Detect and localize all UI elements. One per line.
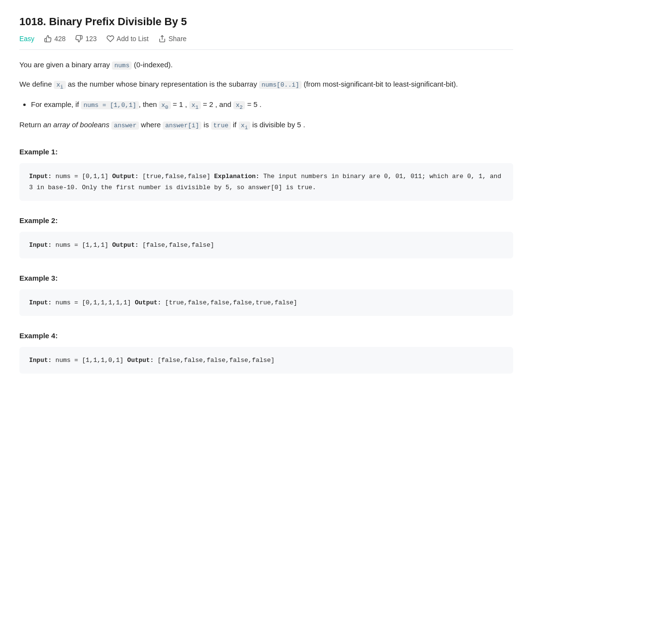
description-p2: We define xi as the number whose binary … <box>19 78 513 91</box>
example-code-block: Input: nums = [1,1,1] Output: [false,fal… <box>19 232 513 258</box>
true-code: true <box>211 121 231 130</box>
example-bullet-list: For example, if nums = [1,0,1], then x0 … <box>31 98 513 112</box>
share-label: Share <box>168 35 186 43</box>
thumbs-down-icon <box>75 35 83 43</box>
x0-code: x0 <box>159 101 170 109</box>
return-statement: Return an array of booleans answer where… <box>19 119 513 132</box>
example-code-block: Input: nums = [1,1,1,0,1] Output: [false… <box>19 347 513 374</box>
difficulty-badge: Easy <box>19 35 34 43</box>
description-p1: You are given a binary array nums (0-ind… <box>19 59 513 71</box>
nums-code: nums <box>112 61 132 70</box>
x2-code: x2 <box>233 101 245 109</box>
add-to-list-button[interactable]: Add to List <box>107 35 149 43</box>
problem-content: You are given a binary array nums (0-ind… <box>19 59 513 374</box>
answer-i-code: answer[i] <box>163 121 201 130</box>
example-code-block: Input: nums = [0,1,1] Output: [true,fals… <box>19 163 513 201</box>
xi-return-code: xi <box>239 121 250 130</box>
thumbs-up-button[interactable]: 428 <box>44 35 65 43</box>
nums-range-code: nums[0..i] <box>259 81 302 89</box>
heart-icon <box>107 35 114 43</box>
example-code-block: Input: nums = [0,1,1,1,1,1] Output: [tru… <box>19 289 513 316</box>
meta-bar: Easy 428 123 Add to List Share <box>19 35 513 50</box>
thumbs-down-count: 123 <box>85 35 96 43</box>
example-title: Example 4: <box>19 330 513 342</box>
examples-container: Example 1:Input: nums = [0,1,1] Output: … <box>19 146 513 374</box>
x1-code: x1 <box>189 101 201 109</box>
problem-title: 1018. Binary Prefix Divisible By 5 <box>19 15 513 28</box>
example-title: Example 3: <box>19 272 513 285</box>
thumbs-up-icon <box>44 35 52 43</box>
xi-code: xi <box>54 81 65 89</box>
share-button[interactable]: Share <box>158 35 186 43</box>
example-nums-code: nums = [1,0,1] <box>81 101 138 109</box>
share-icon <box>158 35 166 43</box>
example-title: Example 1: <box>19 146 513 158</box>
add-to-list-label: Add to List <box>117 35 149 43</box>
answer-code: answer <box>111 121 139 130</box>
thumbs-up-count: 428 <box>54 35 65 43</box>
thumbs-down-button[interactable]: 123 <box>75 35 96 43</box>
example-title: Example 2: <box>19 214 513 227</box>
example-bullet-item: For example, if nums = [1,0,1], then x0 … <box>31 98 513 112</box>
